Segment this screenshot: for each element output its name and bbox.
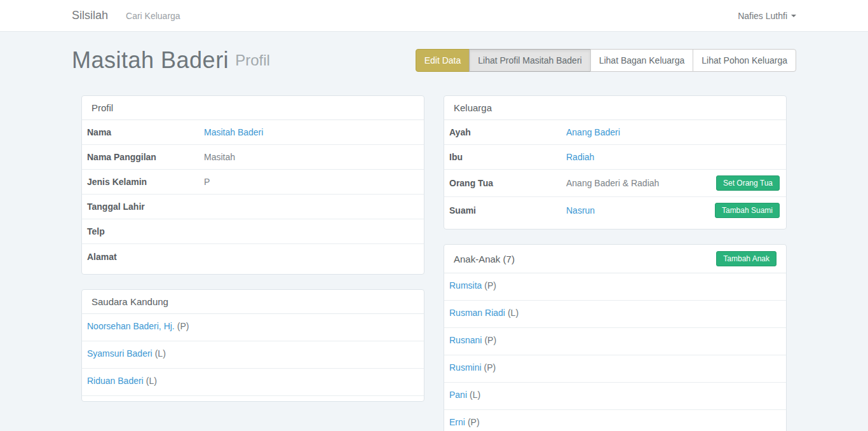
child-link[interactable]: Rumsita <box>449 280 482 291</box>
set-orang-tua-button[interactable]: Set Orang Tua <box>716 175 780 191</box>
row-label: Jenis Kelamin <box>87 177 204 187</box>
gender-label: (L) <box>508 308 519 318</box>
row-label: Nama <box>87 127 204 137</box>
child-link[interactable]: Erni <box>449 417 465 427</box>
row-value: P <box>204 177 419 187</box>
row-nama-panggilan: Nama Panggilan Masitah <box>82 145 424 170</box>
row-label: Suami <box>449 205 566 216</box>
sibling-link[interactable]: Riduan Baderi <box>87 376 144 386</box>
gender-label: (P) <box>177 321 189 331</box>
top-navbar: Silsilah Cari Keluarga Nafies Luthfi <box>0 0 868 32</box>
chevron-down-icon <box>791 15 796 17</box>
row-value: Masitah <box>204 152 419 162</box>
sibling-link[interactable]: Noorsehan Baderi, Hj. <box>87 321 175 331</box>
sibling-row: Riduan Baderi(L) <box>82 369 424 396</box>
page-subtitle: Profil <box>235 51 270 69</box>
row-label: Telp <box>87 226 204 236</box>
row-jenis-kelamin: Jenis Kelamin P <box>82 170 424 195</box>
child-row: Rumsita(P) <box>444 273 786 301</box>
row-nama: Nama Masitah Baderi <box>82 120 424 145</box>
app-brand[interactable]: Silsilah <box>72 9 108 22</box>
lihat-pohon-button[interactable]: Lihat Pohon Keluarga <box>693 49 796 72</box>
profil-panel: Profil Nama Masitah Baderi Nama Panggila… <box>81 95 424 275</box>
anak-anak-panel: Anak-Anak (7) Tambah Anak Rumsita(P) Rus… <box>444 244 787 431</box>
gender-label: (L) <box>470 390 480 400</box>
profile-actions-group: Edit Data Lihat Profil Masitah Baderi Li… <box>416 49 796 72</box>
row-value: Anang Baderi & Radiah <box>566 178 716 188</box>
row-alamat: Alamat <box>82 244 424 269</box>
nav-cari-keluarga[interactable]: Cari Keluarga <box>126 11 180 21</box>
tambah-anak-button[interactable]: Tambah Anak <box>716 251 776 266</box>
tambah-suami-button[interactable]: Tambah Suami <box>715 203 780 218</box>
sibling-row: Syamsuri Baderi(L) <box>82 341 424 369</box>
anak-panel-heading: Anak-Anak (7) Tambah Anak <box>444 245 786 273</box>
profil-panel-heading: Profil <box>82 96 424 120</box>
left-column: Profil Nama Masitah Baderi Nama Panggila… <box>72 95 434 431</box>
child-row: Rusmini(P) <box>444 355 786 383</box>
keluarga-panel: Keluarga Ayah Anang Baderi Ibu Radiah Or… <box>444 95 787 229</box>
sibling-row: Noorsehan Baderi, Hj.(P) <box>82 314 424 341</box>
child-row: Rusnani(P) <box>444 328 786 355</box>
row-label: Orang Tua <box>449 178 566 188</box>
row-label: Alamat <box>87 252 204 262</box>
row-ayah: Ayah Anang Baderi <box>444 120 786 145</box>
keluarga-panel-heading: Keluarga <box>444 96 786 120</box>
row-orang-tua: Orang Tua Anang Baderi & Radiah Set Oran… <box>444 170 786 197</box>
main-content: Masitah Baderi Profil Edit Data Lihat Pr… <box>62 47 806 431</box>
child-row: Pani(L) <box>444 383 786 410</box>
row-ibu: Ibu Radiah <box>444 145 786 170</box>
child-link[interactable]: Rusnani <box>449 335 482 345</box>
user-name: Nafies Luthfi <box>738 11 787 21</box>
lihat-bagan-button[interactable]: Lihat Bagan Keluarga <box>590 49 694 72</box>
child-row: Erni(P) <box>444 410 786 431</box>
page-header: Masitah Baderi Profil Edit Data Lihat Pr… <box>72 47 796 74</box>
gender-label: (P) <box>484 335 496 345</box>
row-label: Nama Panggilan <box>87 152 204 162</box>
child-row: Rusman Riadi(L) <box>444 301 786 328</box>
row-label: Ayah <box>449 127 566 137</box>
child-link[interactable]: Rusmini <box>449 362 482 373</box>
page-title: Masitah Baderi <box>72 47 229 74</box>
row-tanggal-lahir: Tanggal Lahir <box>82 195 424 219</box>
gender-label: (P) <box>468 417 480 427</box>
child-link[interactable]: Pani <box>449 390 467 400</box>
row-label: Tanggal Lahir <box>87 202 204 212</box>
gender-label: (P) <box>484 280 496 291</box>
edit-data-button[interactable]: Edit Data <box>416 49 470 72</box>
right-column: Keluarga Ayah Anang Baderi Ibu Radiah Or… <box>434 95 796 431</box>
row-label: Ibu <box>449 152 566 162</box>
anak-panel-title: Anak-Anak (7) <box>454 254 716 264</box>
row-suami: Suami Nasrun Tambah Suami <box>444 197 786 224</box>
suami-link[interactable]: Nasrun <box>566 205 595 216</box>
saudara-panel-title: Saudara Kandung <box>92 296 414 307</box>
child-link[interactable]: Rusman Riadi <box>449 308 505 318</box>
keluarga-panel-title: Keluarga <box>454 102 776 113</box>
saudara-kandung-panel: Saudara Kandung Noorsehan Baderi, Hj.(P)… <box>81 289 424 402</box>
gender-label: (P) <box>484 362 496 373</box>
ibu-link[interactable]: Radiah <box>566 152 594 162</box>
gender-label: (L) <box>155 348 166 359</box>
gender-label: (L) <box>146 376 157 386</box>
row-telp: Telp <box>82 219 424 244</box>
user-menu[interactable]: Nafies Luthfi <box>738 11 796 21</box>
ayah-link[interactable]: Anang Baderi <box>566 127 620 137</box>
profil-panel-title: Profil <box>92 102 414 113</box>
lihat-profil-button[interactable]: Lihat Profil Masitah Baderi <box>469 49 590 72</box>
nama-link[interactable]: Masitah Baderi <box>204 127 263 137</box>
sibling-link[interactable]: Syamsuri Baderi <box>87 348 153 359</box>
saudara-panel-heading: Saudara Kandung <box>82 290 424 314</box>
